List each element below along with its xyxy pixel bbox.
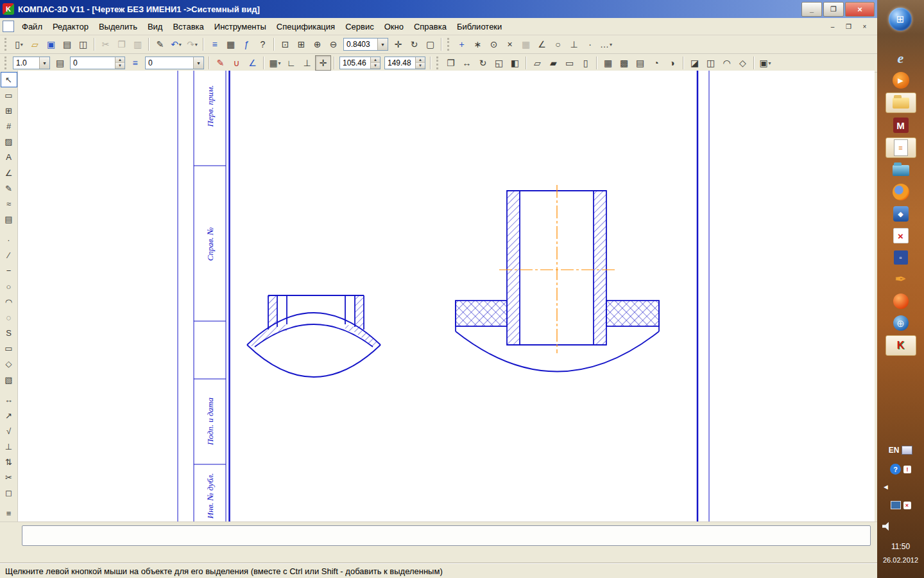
move-object-button[interactable]: ↔ [459, 55, 475, 71]
erase-tool-button[interactable]: ◻ [1, 486, 17, 501]
slope-mode-button[interactable]: ∠ [244, 55, 261, 71]
polygon-tool-button[interactable]: ◇ [1, 356, 17, 372]
quill-app-taskbar-button[interactable]: ✒ [888, 270, 914, 289]
dropdown-arrow-icon[interactable]: ▾ [278, 60, 281, 66]
close-button[interactable]: × [845, 2, 875, 17]
globe-app-taskbar-button[interactable]: ⊕ [888, 313, 914, 333]
firefox-taskbar-button[interactable] [888, 182, 914, 202]
dropdown-arrow-icon[interactable]: ▼ [39, 57, 49, 69]
language-bar-icon[interactable] [902, 446, 912, 455]
chamfer-button[interactable]: ◇ [735, 55, 751, 71]
snap-normal-button[interactable]: ⊥ [566, 37, 582, 52]
spinner-down-icon[interactable]: ▼ [116, 63, 124, 69]
media-player-taskbar-button[interactable]: ▶ [888, 71, 914, 90]
rotate-object-button[interactable]: ↻ [475, 55, 491, 71]
copy-mesh-button[interactable]: ▰ [545, 55, 561, 71]
layers-tool-button[interactable]: ▤ [1, 212, 17, 227]
network-folder-taskbar-button[interactable] [888, 161, 914, 180]
current-step-combo[interactable]: 1.0▼ [13, 57, 50, 69]
view-front[interactable] [247, 295, 381, 377]
copy-curve-button[interactable]: ▱ [529, 55, 545, 71]
zoom-all-button[interactable]: ⊞ [293, 37, 309, 52]
perpendicular-tool-button[interactable]: ⊥ [1, 439, 17, 454]
leader-tool-button[interactable]: ↗ [1, 408, 17, 423]
zoom-in-button[interactable]: ⊕ [309, 37, 325, 52]
open-document-window-taskbar-button[interactable]: ≡ [886, 137, 916, 158]
extend-curve-button[interactable]: ◫ [703, 55, 719, 71]
speaker-icon[interactable] [882, 521, 894, 531]
snap-point-button[interactable]: + [454, 37, 470, 52]
circle-tool-button[interactable]: ○ [1, 279, 17, 294]
explorer-folder-taskbar-button[interactable] [886, 92, 916, 113]
ellipse-tool-button[interactable]: ◌ [1, 310, 17, 325]
snap-tangent-button[interactable]: ○ [550, 37, 566, 52]
dropdown-arrow-icon[interactable]: ▾ [179, 42, 182, 48]
specification-button[interactable]: ≡ [207, 37, 223, 52]
orange-ball-app-taskbar-button[interactable] [888, 292, 914, 311]
spreadsheet-tool-button[interactable]: ⊞ [1, 103, 17, 118]
kompas-active-taskbar-button[interactable]: K [886, 335, 916, 356]
fillet-button[interactable]: ◠ [719, 55, 735, 71]
copy-properties-button[interactable]: ✎ [152, 37, 168, 52]
curve-tool-button[interactable]: S [1, 325, 17, 340]
clock-date[interactable]: 26.02.2012 [883, 556, 918, 564]
current-layer-combo[interactable]: 0▼ [145, 57, 204, 69]
minimize-button[interactable]: _ [801, 2, 822, 17]
copy-ring-button[interactable]: ▭ [561, 55, 578, 71]
snap-settings-button[interactable]: …▾ [598, 37, 614, 52]
language-label[interactable]: EN [889, 446, 900, 455]
menu-item-1[interactable]: Редактор [47, 20, 94, 33]
language-indicator[interactable]: EN [877, 446, 924, 455]
spinner-down-icon[interactable]: ▼ [416, 63, 425, 69]
snap-center-button[interactable]: ⊙ [486, 37, 502, 52]
dropdown-arrow-icon[interactable]: ▼ [193, 57, 203, 69]
mdi-restore-button[interactable]: ❐ [841, 21, 856, 33]
spinner-up-icon[interactable]: ▲ [116, 57, 124, 63]
local-frame-button[interactable]: ∟ [283, 55, 299, 71]
copy-line-button[interactable]: ▯ [578, 55, 594, 71]
scale-object-button[interactable]: ◱ [491, 55, 507, 71]
array-grid-button[interactable]: ▦ [600, 55, 616, 71]
copy-button[interactable]: ❐ [114, 37, 130, 52]
undo-button[interactable]: ↶▾ [168, 37, 184, 52]
menu-item-7[interactable]: Сервис [340, 20, 379, 33]
dropdown-arrow-icon[interactable]: ▾ [610, 42, 612, 48]
show-all-button[interactable]: ▢ [422, 37, 438, 52]
segment-tool-button[interactable]: − [1, 263, 17, 279]
shading-tool-button[interactable]: ▨ [1, 134, 17, 150]
mirror-object-button[interactable]: ◧ [507, 55, 523, 71]
start-button[interactable]: ⊞ [889, 8, 912, 31]
zoom-area-button[interactable]: ⊡ [277, 37, 293, 52]
help-icon[interactable]: ? [890, 464, 901, 475]
layer-manager-button[interactable]: ≡ [127, 55, 143, 71]
document-icon[interactable] [3, 21, 14, 32]
drawing-canvas[interactable]: Перв. прим. Справ. № Подп. и дата Инв. №… [18, 71, 875, 521]
blue-app-taskbar-button[interactable]: ◆ [888, 204, 914, 223]
grid-tool-button[interactable]: # [1, 119, 17, 134]
deform-rotate-button[interactable]: ◑ [664, 55, 680, 71]
coordinate-y-spinner[interactable]: ▲▼ [415, 57, 425, 69]
snap-nearest-button[interactable]: · [582, 37, 598, 52]
trim-tool-button[interactable]: ✂ [1, 470, 17, 486]
open-document-button[interactable]: ▱ [27, 37, 43, 52]
snap-mode-button[interactable]: ✛ [315, 55, 331, 71]
spec-objects-button[interactable]: ▦ [223, 37, 239, 52]
print-button[interactable]: ▤ [59, 37, 75, 52]
backup-app-taskbar-button[interactable]: ▫ [888, 248, 914, 267]
dropdown-arrow-icon[interactable]: ▾ [769, 60, 771, 66]
new-document-button[interactable]: ▯▾ [11, 37, 27, 52]
text-tool-button[interactable]: A [1, 150, 17, 165]
select-tool-button[interactable]: ↖ [1, 72, 17, 87]
pan-button[interactable]: ✛ [390, 37, 406, 52]
menu-item-9[interactable]: Справка [409, 20, 452, 33]
variables-button[interactable]: ƒ [239, 37, 255, 52]
magnet-mode-button[interactable]: ∪ [228, 55, 244, 71]
red-x-app-taskbar-button[interactable]: × [888, 226, 914, 245]
section-line-tool-button[interactable]: ⇅ [1, 455, 17, 470]
zoom-combo[interactable]: 0.8403▼ [343, 38, 388, 51]
restore-button[interactable]: ❐ [823, 2, 844, 17]
array-ring-button[interactable]: ▩ [616, 55, 632, 71]
print-preview-button[interactable]: ◫ [75, 37, 91, 52]
save-document-button[interactable]: ▣ [43, 37, 59, 52]
trim-curve-button[interactable]: ◪ [687, 55, 703, 71]
